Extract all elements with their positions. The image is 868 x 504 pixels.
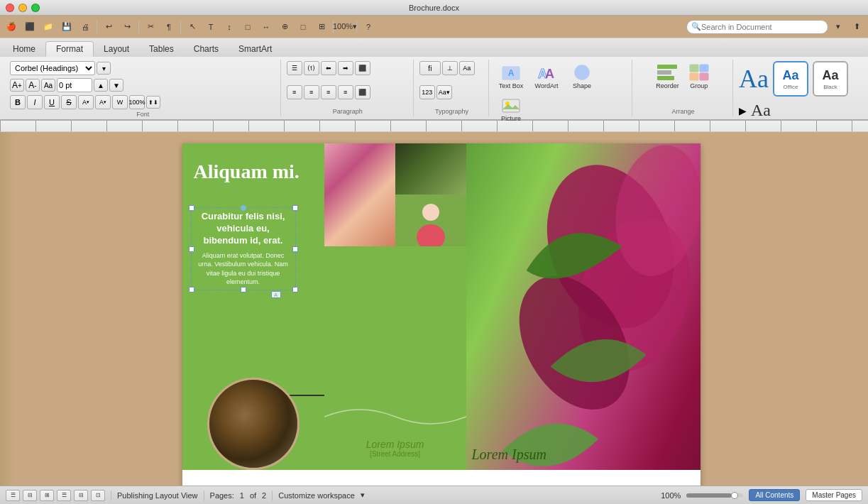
document-canvas[interactable]: Aliquam mi. Curabitur felis nisi, vehicu… xyxy=(14,132,868,486)
theme-black-btn[interactable]: Aa Black xyxy=(813,61,848,97)
font-size-input[interactable] xyxy=(57,78,92,92)
handle-middle-right[interactable] xyxy=(292,246,298,252)
apple-menu-btn[interactable]: 🍎 xyxy=(3,19,20,35)
handle-top-middle[interactable] xyxy=(241,205,246,211)
print-btn[interactable]: 🖨 xyxy=(77,19,94,35)
picture-btn[interactable]: Picture xyxy=(495,94,527,124)
maximize-button[interactable] xyxy=(31,4,40,12)
indent-btn[interactable]: ➡ xyxy=(338,61,353,75)
grid-btn[interactable]: ⊞ xyxy=(313,19,330,35)
pilcrow-btn[interactable]: ¶ xyxy=(160,19,177,35)
theme-office-btn[interactable]: Aa Office xyxy=(773,61,808,97)
search-box[interactable]: 🔍 xyxy=(686,20,828,34)
rect-btn[interactable]: □ xyxy=(239,19,256,35)
text-box-btn[interactable]: A Text Box xyxy=(495,61,527,91)
undo-btn[interactable]: ↩ xyxy=(100,19,117,35)
align-justify-btn[interactable]: ≡ xyxy=(338,85,353,99)
tab-home[interactable]: Home xyxy=(3,41,45,57)
zoom-stepper[interactable]: ⬆⬇ xyxy=(146,96,160,109)
handle-top-left[interactable] xyxy=(189,205,194,211)
ligature-btn[interactable]: fi xyxy=(419,61,441,75)
handle-bottom-middle[interactable] xyxy=(241,287,246,292)
baseline-btn[interactable]: ⊥ xyxy=(442,61,458,75)
font-color-btn[interactable]: A▾ xyxy=(95,95,111,109)
font-down-btn[interactable]: ▾ xyxy=(97,62,111,75)
tab-smartart[interactable]: SmartArt xyxy=(229,41,282,57)
window-controls[interactable] xyxy=(6,4,40,12)
text-btn[interactable]: T xyxy=(202,19,219,35)
expand-btn[interactable]: ⬆ xyxy=(848,19,865,35)
align-right-btn[interactable]: ≡ xyxy=(321,85,336,99)
font-bigger-btn[interactable]: A+ xyxy=(10,79,24,92)
close-button[interactable] xyxy=(6,4,14,12)
link-btn[interactable]: ↔ xyxy=(258,19,275,35)
themes-next-btn[interactable]: ▶ xyxy=(739,105,747,116)
text-box-element[interactable]: Curabitur felis nisi, vehicula eu, biben… xyxy=(191,207,296,290)
caps-btn[interactable]: Aa xyxy=(41,79,55,92)
help-btn[interactable]: ? xyxy=(360,19,377,35)
all-contents-tab[interactable]: All Contents xyxy=(749,489,800,501)
size-down-btn[interactable]: ▼ xyxy=(109,79,123,92)
shape-btn[interactable]: Shape xyxy=(566,61,598,91)
para-options-btn[interactable]: ⬛ xyxy=(355,85,370,99)
resize-btn[interactable]: ↕ xyxy=(221,19,238,35)
word-art-btn[interactable]: A A WordArt xyxy=(530,61,563,91)
italic-btn[interactable]: I xyxy=(27,95,43,109)
zoom-thumb[interactable] xyxy=(731,492,738,499)
handle-bottom-left[interactable] xyxy=(189,287,194,292)
circle-btn[interactable]: ⊕ xyxy=(276,19,293,35)
char-style-btn[interactable]: Aa▾ xyxy=(436,85,452,99)
handle-middle-left[interactable] xyxy=(189,246,194,252)
theme-size-btn[interactable]: Aa xyxy=(751,101,771,120)
status-icon-2[interactable]: ⊟ xyxy=(23,490,37,501)
tab-layout[interactable]: Layout xyxy=(94,41,139,57)
num-list-btn[interactable]: ⑴ xyxy=(304,61,319,75)
customize-arrow[interactable]: ▾ xyxy=(361,491,365,500)
align-left-btn[interactable]: ≡ xyxy=(287,85,302,99)
underline-btn[interactable]: U xyxy=(44,95,60,109)
bold-btn[interactable]: B xyxy=(10,95,26,109)
open-btn[interactable]: 📁 xyxy=(40,19,57,35)
align-center-btn[interactable]: ≡ xyxy=(304,85,319,99)
master-pages-tab[interactable]: Master Pages xyxy=(806,489,862,501)
size-up-btn[interactable]: ▲ xyxy=(94,79,108,92)
minimize-button[interactable] xyxy=(18,4,27,12)
status-icon-3[interactable]: ⊞ xyxy=(40,490,54,501)
word-wrap-btn[interactable]: W xyxy=(112,95,128,109)
status-icon-4[interactable]: ☰ xyxy=(57,490,71,501)
status-icon-5[interactable]: ⊟ xyxy=(74,490,88,501)
zoom-btn[interactable]: 100%▾ xyxy=(336,19,353,35)
redo-btn[interactable]: ↪ xyxy=(119,19,136,35)
group-btn[interactable]: Group xyxy=(685,61,713,91)
status-sep-3 xyxy=(272,491,273,500)
outdent-btn[interactable]: ⬅ xyxy=(321,61,336,75)
caps-style-btn[interactable]: Aa xyxy=(459,61,475,75)
customize-label[interactable]: Customize workspace xyxy=(278,491,355,500)
font-family-select[interactable]: Corbel (Headings) xyxy=(10,61,95,75)
tab-charts[interactable]: Charts xyxy=(184,41,229,57)
status-icon-1[interactable]: ☰ xyxy=(6,490,20,501)
handle-top-right[interactable] xyxy=(292,205,298,211)
tab-format[interactable]: Format xyxy=(45,41,94,57)
cursor-btn[interactable]: ↖ xyxy=(184,19,201,35)
shape2-btn[interactable]: □ xyxy=(295,19,312,35)
search-input[interactable] xyxy=(701,23,823,31)
sidebar-toggle-btn[interactable]: ▾ xyxy=(830,19,847,35)
cut-btn[interactable]: ✂ xyxy=(142,19,159,35)
highlight-btn[interactable]: A▾ xyxy=(78,95,94,109)
num-style-btn[interactable]: 123 xyxy=(419,85,435,99)
save-btn[interactable]: 💾 xyxy=(58,19,75,35)
strikethrough-btn[interactable]: S xyxy=(61,95,77,109)
new-btn[interactable]: ⬛ xyxy=(21,19,38,35)
columns-btn[interactable]: ⬛ xyxy=(355,61,370,75)
tab-tables[interactable]: Tables xyxy=(139,41,184,57)
status-icon-6[interactable]: ⊡ xyxy=(91,490,105,501)
handle-bottom-right[interactable] xyxy=(292,287,298,292)
view-label: Publishing Layout View xyxy=(117,491,198,500)
reorder-btn[interactable]: Reorder xyxy=(653,61,682,91)
theme-selector-btn[interactable]: Aa xyxy=(739,66,769,92)
zoom-slider[interactable] xyxy=(686,493,743,498)
font-smaller-btn[interactable]: A- xyxy=(26,79,40,92)
bullet-list-btn[interactable]: ☰ xyxy=(287,61,302,75)
zoom-pct-btn[interactable]: 100% xyxy=(129,95,145,109)
